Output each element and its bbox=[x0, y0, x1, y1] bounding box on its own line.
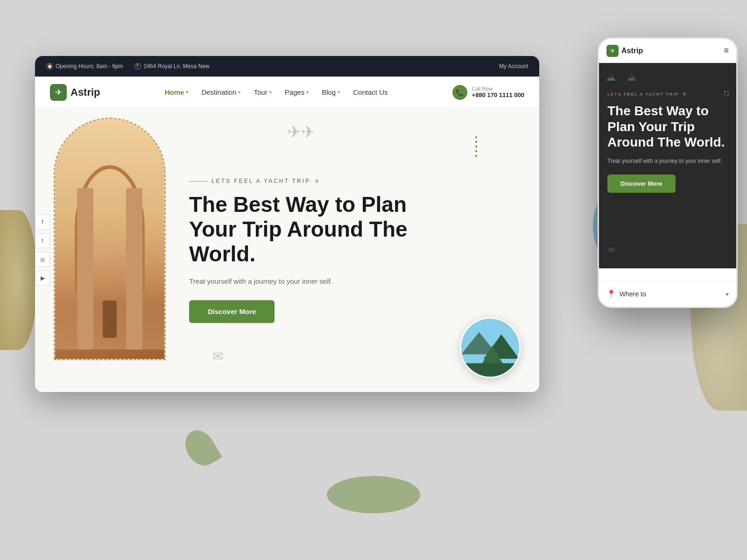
hero-description: Treat yourself with a journey to your in… bbox=[189, 276, 432, 287]
hero-title: The Best Way to Plan Your Trip Around Th… bbox=[189, 192, 432, 266]
phone-where-text: Where to bbox=[620, 290, 646, 298]
arch-pillar-right bbox=[126, 188, 142, 350]
phone-where-field[interactable]: 📍 Where to bbox=[606, 289, 646, 298]
phone-discover-button[interactable]: Discover More bbox=[607, 175, 676, 193]
hero-section: f t ◎ ▶ ✈✈ ☁ ✉ LETS F bbox=[35, 108, 539, 392]
phone-subtitle-icon: ✈ bbox=[682, 91, 688, 98]
phone-subtitle: LETS FEEL A YACHT TRIP ✈ bbox=[607, 91, 728, 98]
mobile-phone-mockup: ✈ Astrip ≡ ⛰ ⛰ LETS FEEL A YACHT TRIP ✈ … bbox=[598, 37, 738, 308]
paper-plane-decoration: ✉ bbox=[212, 349, 223, 364]
phone-hero-section: ⛰ ⛰ LETS FEEL A YACHT TRIP ✈ The Best Wa… bbox=[599, 63, 736, 268]
phone-logo-icon: ✈ bbox=[606, 45, 619, 57]
nav-bar: ✈ Astrip Home ▾ Destination ▾ Tour ▾ Pag… bbox=[35, 77, 539, 108]
twitter-button[interactable]: t bbox=[35, 233, 50, 248]
nav-item-pages[interactable]: Pages ▾ bbox=[285, 88, 309, 96]
dots-decoration bbox=[469, 136, 483, 164]
logo-icon: ✈ bbox=[50, 84, 67, 101]
hero-subtitle-text: LETS FEEL A YACHT TRIP bbox=[211, 178, 310, 184]
nav-menu: Home ▾ Destination ▾ Tour ▾ Pages ▾ Blog… bbox=[165, 88, 388, 96]
chevron-down-icon: ▾ bbox=[269, 90, 272, 95]
phone-subtitle-text: LETS FEEL A YACHT TRIP bbox=[607, 92, 679, 97]
nav-item-blog[interactable]: Blog ▾ bbox=[322, 88, 340, 96]
phone-logo-text: Astrip bbox=[621, 47, 643, 55]
logo[interactable]: ✈ Astrip bbox=[50, 84, 100, 101]
nav-item-contact[interactable]: Contact Us bbox=[353, 88, 388, 96]
subtitle-icon: ✈ bbox=[314, 177, 321, 185]
bg-leaf-left bbox=[0, 210, 37, 350]
nav-right: 📞 Call Now +880 170 1111 000 bbox=[452, 85, 524, 100]
hamburger-icon[interactable]: ≡ bbox=[724, 46, 729, 56]
phone-mountain-deco1: ⛰ bbox=[606, 72, 616, 83]
chevron-down-icon: ▾ bbox=[306, 90, 309, 95]
phone-bottom-bar: 📍 Where to ▾ bbox=[599, 280, 736, 307]
nav-item-destination[interactable]: Destination ▾ bbox=[201, 88, 240, 96]
arch-figure bbox=[103, 301, 117, 338]
instagram-button[interactable]: ◎ bbox=[35, 252, 50, 267]
my-account-link[interactable]: My Account bbox=[499, 63, 528, 70]
mountain-circle-image bbox=[460, 317, 521, 378]
phone-icon: 📞 bbox=[452, 85, 467, 100]
location-icon: 📍 bbox=[134, 63, 141, 70]
mountain-background bbox=[461, 319, 519, 377]
nav-item-tour[interactable]: Tour ▾ bbox=[254, 88, 271, 96]
arch-pillar-left bbox=[77, 188, 93, 350]
top-bar-left: ⏰ Opening Hours: 8am - 6pm 📍 2464 Royal … bbox=[46, 63, 209, 70]
top-bar: ⏰ Opening Hours: 8am - 6pm 📍 2464 Royal … bbox=[35, 56, 539, 77]
phone-description: Treat yourself with a journey to your in… bbox=[607, 157, 728, 165]
nav-item-home[interactable]: Home ▾ bbox=[165, 88, 189, 96]
chevron-down-icon: ▾ bbox=[238, 90, 240, 95]
logo-text: Astrip bbox=[70, 86, 100, 98]
phone-arrow-decoration: ✉ bbox=[608, 245, 614, 254]
phone-topbar: ✈ Astrip ≡ bbox=[599, 39, 736, 63]
clock-icon: ⏰ bbox=[46, 63, 53, 70]
discover-more-button[interactable]: Discover More bbox=[189, 300, 275, 323]
hero-subtitle: LETS FEEL A YACHT TRIP ✈ bbox=[189, 177, 432, 185]
bg-leaf-small bbox=[179, 425, 222, 471]
arch-image bbox=[55, 119, 164, 359]
browser-window: ⏰ Opening Hours: 8am - 6pm 📍 2464 Royal … bbox=[35, 56, 539, 392]
address-text: 2464 Royal Ln. Mesa New bbox=[144, 63, 210, 70]
social-sidebar: f t ◎ ▶ bbox=[35, 215, 50, 286]
hero-content: LETS FEEL A YACHT TRIP ✈ The Best Way to… bbox=[189, 177, 432, 323]
address-item: 📍 2464 Royal Ln. Mesa New bbox=[134, 63, 210, 70]
opening-hours-text: Opening Hours: 8am - 6pm bbox=[56, 63, 123, 70]
phone-dots-decoration bbox=[724, 91, 729, 96]
phone-logo[interactable]: ✈ Astrip bbox=[606, 45, 643, 57]
youtube-button[interactable]: ▶ bbox=[35, 271, 50, 286]
call-label: Call Now bbox=[472, 86, 524, 91]
chevron-down-icon: ▾ bbox=[338, 90, 340, 95]
phone-mountain-deco2: ⛰ bbox=[627, 72, 636, 83]
call-number: +880 170 1111 000 bbox=[472, 91, 524, 98]
bg-leaf-bottom bbox=[327, 476, 420, 513]
opening-hours: ⏰ Opening Hours: 8am - 6pm bbox=[46, 63, 123, 70]
chevron-down-icon: ▾ bbox=[186, 90, 188, 95]
facebook-button[interactable]: f bbox=[35, 215, 50, 230]
call-info: Call Now +880 170 1111 000 bbox=[472, 86, 524, 98]
phone-title: The Best Way to Plan Your Trip Around Th… bbox=[607, 103, 728, 150]
svg-rect-4 bbox=[461, 363, 519, 377]
location-icon: 📍 bbox=[606, 289, 616, 298]
arch-image-container bbox=[54, 118, 166, 360]
chevron-down-icon: ▾ bbox=[726, 290, 729, 298]
plane-decoration: ✈✈ bbox=[287, 122, 315, 142]
subtitle-line bbox=[189, 181, 208, 182]
